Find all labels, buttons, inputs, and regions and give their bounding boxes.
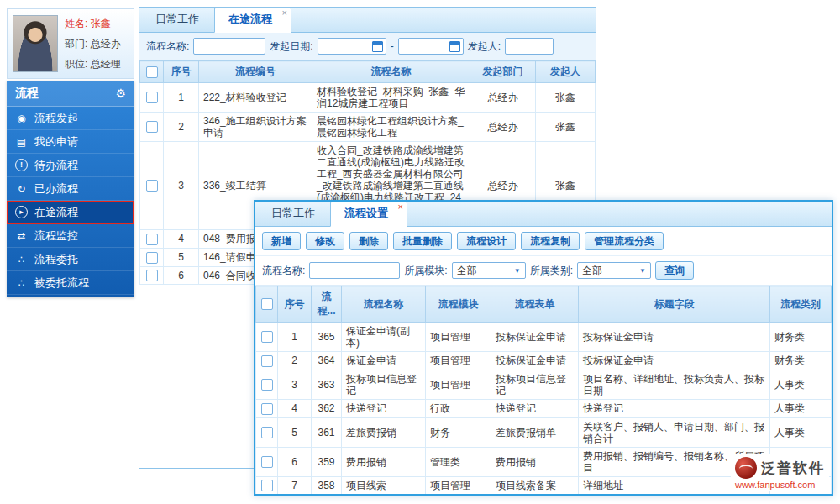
sidebar-item-todo-processes[interactable]: ! 待办流程 xyxy=(7,154,134,177)
sidebar-item-label: 被委托流程 xyxy=(34,276,89,291)
cell-name: 材料验收登记_材料采购_张鑫_华润12城房建工程项目 xyxy=(312,83,470,113)
sidebar-item-label: 我的申请 xyxy=(34,134,78,150)
search-button[interactable]: 查询 xyxy=(655,261,694,280)
manage-category-button[interactable]: 管理流程分类 xyxy=(585,232,664,250)
tab-daily-work[interactable]: 日常工作 xyxy=(142,8,213,32)
chevron-down-icon: ▼ xyxy=(514,267,521,275)
batch-delete-button[interactable]: 批量删除 xyxy=(393,232,452,250)
col-process-form: 流程表单 xyxy=(491,286,579,323)
row-checkbox[interactable] xyxy=(146,180,158,192)
cell-seq: 4 xyxy=(164,230,199,249)
table-row[interactable]: 3 363 投标项目信息登记 项目管理 投标项目信息登记 项目名称、详细地址、投… xyxy=(256,370,832,399)
table-row[interactable]: 8 357 测试费用报销 财务 费用报销 费用报销、报销编号、报销名称、本次报销… xyxy=(256,495,832,496)
add-button[interactable]: 新增 xyxy=(262,232,301,250)
cell-title-field: 快递登记 xyxy=(579,399,770,417)
row-checkbox[interactable] xyxy=(261,379,273,391)
close-tab-icon[interactable]: × xyxy=(282,8,287,18)
row-checkbox[interactable] xyxy=(261,355,273,367)
process-design-button[interactable]: 流程设计 xyxy=(457,232,516,250)
cell-module: 行政 xyxy=(426,399,491,417)
start-date-to xyxy=(398,38,464,55)
process-copy-button[interactable]: 流程复制 xyxy=(521,232,580,250)
sidebar-item-in-transit-processes[interactable]: ▸ 在途流程 xyxy=(7,201,134,224)
orgchart-icon: ∴ xyxy=(15,278,28,288)
sidebar-item-process-delegate[interactable]: ∴ 流程委托 xyxy=(7,248,134,271)
calendar-icon[interactable] xyxy=(372,41,383,52)
cell-code: 362 xyxy=(312,399,342,417)
table-row[interactable]: 4 362 快递登记 行政 快递登记 快递登记 人事类 xyxy=(256,399,832,417)
cell-form: 投标项目信息登记 xyxy=(491,370,579,399)
process-name-input[interactable] xyxy=(193,38,265,55)
select-all-checkbox[interactable] xyxy=(146,66,158,78)
table-row[interactable]: 2 346_施工组织设计方案申请 晨铭园林绿化工程组织设计方案_晨铭园林绿化工程… xyxy=(140,113,596,142)
sidebar-item-my-applications[interactable]: ▤ 我的申请 xyxy=(7,130,134,154)
table-row[interactable]: 1 222_材料验收登记 材料验收登记_材料采购_张鑫_华润12城房建工程项目 … xyxy=(140,83,596,113)
category-label: 所属类别: xyxy=(530,264,573,278)
tab-in-transit-processes[interactable]: 在途流程 × xyxy=(214,7,291,33)
sidebar-item-process-start[interactable]: ◉ 流程发起 xyxy=(7,107,134,130)
window2-toolbar: 新增 修改 删除 批量删除 流程设计 流程复制 管理流程分类 xyxy=(255,227,832,256)
sidebar-item-delegated-processes[interactable]: ∴ 被委托流程 xyxy=(7,271,134,295)
cell-name: 晨铭园林绿化工程组织设计方案_晨铭园林绿化工程 xyxy=(312,113,470,142)
close-tab-icon[interactable]: × xyxy=(398,202,403,212)
cell-seq: 6 xyxy=(278,447,312,476)
row-checkbox[interactable] xyxy=(146,270,158,281)
cell-seq: 1 xyxy=(164,83,199,113)
calendar-icon[interactable] xyxy=(449,41,460,52)
process-name-label: 流程名称: xyxy=(146,39,189,54)
cell-code: 364 xyxy=(312,352,342,370)
row-checkbox[interactable] xyxy=(146,252,158,264)
col-process-module: 流程模块 xyxy=(426,286,491,323)
table-row[interactable]: 1 365 保证金申请(副本) 项目管理 投标保证金申请 投标保证金申请 财务类 xyxy=(256,323,832,352)
cell-form: 费用报销 xyxy=(491,447,579,476)
table-header-row: 序号 流程... 流程名称 流程模块 流程表单 标题字段 流程类别 xyxy=(256,286,832,323)
category-select[interactable]: 全部 ▼ xyxy=(577,262,651,279)
select-all-checkbox[interactable] xyxy=(261,298,273,310)
row-checkbox[interactable] xyxy=(261,456,273,468)
start-date-from xyxy=(318,38,386,55)
cell-seq: 5 xyxy=(278,417,312,447)
cell-title-field: 投标保证金申请 xyxy=(579,323,770,352)
cell-name: 快递登记 xyxy=(342,399,426,417)
row-checkbox[interactable] xyxy=(261,331,273,343)
row-checkbox[interactable] xyxy=(261,480,273,491)
cell-title-field: 项目名称、详细地址、投标负责人、投标日期 xyxy=(579,370,770,399)
tab-daily-work[interactable]: 日常工作 xyxy=(258,202,328,226)
in-progress-icon: ▸ xyxy=(15,206,28,218)
sync-icon: ⇄ xyxy=(15,231,28,241)
tab-process-settings[interactable]: 流程设置 × xyxy=(330,201,407,227)
cell-category: 人事类 xyxy=(770,417,832,447)
cell-seq: 2 xyxy=(164,113,199,142)
cell-category: 财务类 xyxy=(770,352,832,370)
delete-button[interactable]: 删除 xyxy=(349,232,388,250)
edit-button[interactable]: 修改 xyxy=(306,232,344,250)
row-checkbox[interactable] xyxy=(261,427,273,438)
gear-icon[interactable]: ⚙ xyxy=(115,87,126,99)
row-checkbox[interactable] xyxy=(146,121,158,133)
module-select[interactable]: 全部 ▼ xyxy=(452,262,526,279)
cell-category: 人事类 xyxy=(770,399,832,417)
profile-info: 姓名: 张鑫 部门: 总经办 职位: 总经理 xyxy=(65,17,121,71)
category-select-value: 全部 xyxy=(582,264,602,278)
cell-code: 363 xyxy=(312,370,342,399)
cell-title-field: 费用报销、报销编号、报销名称、本次报销金额 xyxy=(579,495,770,496)
cell-seq: 7 xyxy=(278,476,312,495)
cell-module: 财务 xyxy=(426,495,491,496)
cell-seq: 8 xyxy=(278,495,312,496)
col-seq: 序号 xyxy=(278,286,312,323)
row-checkbox[interactable] xyxy=(146,92,158,103)
cell-code: 346_施工组织设计方案申请 xyxy=(199,113,312,142)
cell-name: 项目线索 xyxy=(342,476,426,495)
row-checkbox[interactable] xyxy=(146,234,158,245)
sidebar-item-process-monitor[interactable]: ⇄ 流程监控 xyxy=(7,224,134,248)
col-process-code: 流程... xyxy=(312,286,342,323)
table-row[interactable]: 5 361 差旅费报销 财务 差旅费报销单 关联客户、报销人、申请日期、部门、报… xyxy=(256,417,832,447)
cell-dept: 总经办 xyxy=(470,83,536,113)
table-row[interactable]: 2 364 保证金申请 项目管理 投标保证金申请 投标保证金申请 财务类 xyxy=(256,352,832,370)
sidebar-item-done-processes[interactable]: ↻ 已办流程 xyxy=(7,177,134,201)
initiator-input[interactable] xyxy=(505,38,554,55)
row-checkbox[interactable] xyxy=(261,403,273,415)
cell-form: 快递登记 xyxy=(491,399,579,417)
process-name-input[interactable] xyxy=(309,262,400,279)
broadcast-icon: ◉ xyxy=(15,113,28,123)
